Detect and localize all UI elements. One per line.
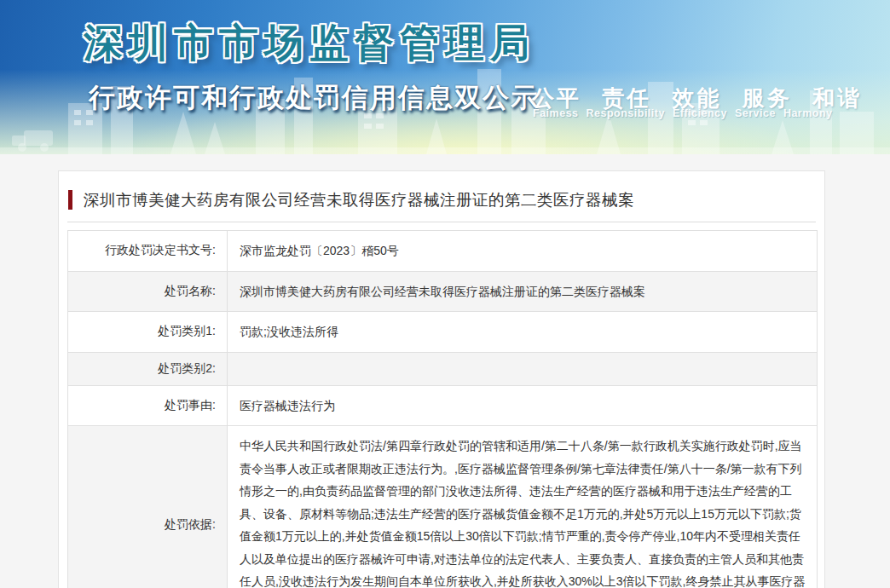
row-value: 深圳市博美健大药房有限公司经营未取得医疗器械注册证的第二类医疗器械案 (228, 271, 818, 312)
row-value: 深市监龙处罚〔2023〕稽50号 (228, 231, 818, 272)
row-label: 处罚名称: (68, 271, 228, 312)
page-title: 深圳市博美健大药房有限公司经营未取得医疗器械注册证的第二类医疗器械案 (84, 189, 634, 210)
content-panel: 深圳市博美健大药房有限公司经营未取得医疗器械注册证的第二类医疗器械案 行政处罚决… (58, 170, 825, 588)
slogan-english: Faimess Responsibility Efficiency Servic… (533, 107, 833, 119)
row-value: 医疗器械违法行为 (228, 385, 818, 426)
table-row-decision-number: 行政处罚决定书文号: 深市监龙处罚〔2023〕稽50号 (68, 231, 818, 272)
table-row-penalty-type-2: 处罚类别2: (68, 352, 818, 385)
banner-subtitle: 行政许可和行政处罚信用信息双公示 (89, 80, 539, 116)
row-value (228, 352, 818, 385)
penalty-info-table: 行政处罚决定书文号: 深市监龙处罚〔2023〕稽50号 处罚名称: 深圳市博美健… (67, 230, 818, 588)
org-title: 深圳市市场监督管理局 (84, 17, 535, 70)
table-row-penalty-name: 处罚名称: 深圳市博美健大药房有限公司经营未取得医疗器械注册证的第二类医疗器械案 (68, 271, 818, 312)
table-row-penalty-reason: 处罚事由: 医疗器械违法行为 (68, 385, 818, 426)
row-value: 中华人民共和国行政处罚法/第四章行政处罚的管辖和适用/第二十八条/第一款行政机关… (228, 426, 818, 588)
table-row-penalty-type-1: 处罚类别1: 罚款;没收违法所得 (68, 312, 818, 353)
site-header-banner: 深圳市市场监督管理局 行政许可和行政处罚信用信息双公示 公平 责任 效能 服务 … (0, 0, 890, 154)
row-label: 处罚依据: (68, 426, 228, 588)
table-row-penalty-basis: 处罚依据: 中华人民共和国行政处罚法/第四章行政处罚的管辖和适用/第二十八条/第… (68, 426, 818, 588)
row-label: 处罚类别1: (68, 312, 228, 353)
row-value: 罚款;没收违法所得 (228, 312, 818, 353)
title-divider (67, 222, 816, 222)
case-title-block: 深圳市博美健大药房有限公司经营未取得医疗器械注册证的第二类医疗器械案 (67, 189, 816, 210)
row-label: 处罚类别2: (68, 352, 228, 385)
row-label: 行政处罚决定书文号: (68, 231, 228, 272)
row-label: 处罚事由: (68, 385, 228, 426)
title-accent-bar (68, 190, 72, 210)
